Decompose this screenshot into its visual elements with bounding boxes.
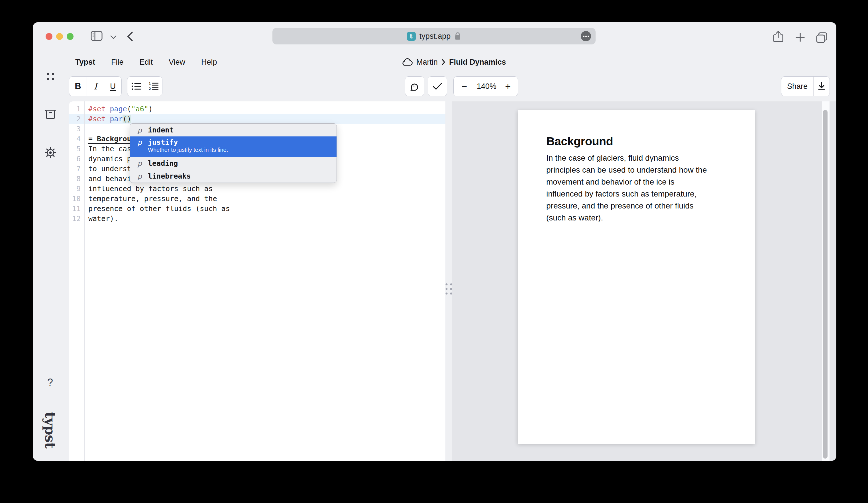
code-line[interactable]: 10temperature, pressure, and the — [69, 194, 445, 204]
zoom-control-group: − 140% + — [453, 76, 518, 96]
files-tray-icon[interactable] — [45, 109, 56, 119]
code-line[interactable]: 1#set page("a6") — [69, 104, 445, 114]
autocomplete-item-linebreaks[interactable]: plinebreaks — [130, 170, 337, 182]
typst-logo: typst — [42, 412, 58, 448]
preview-page: Background In the case of glaciers, flui… — [518, 110, 755, 444]
minimize-window-button[interactable] — [56, 33, 63, 40]
preview-text-line: principles can be used to understand how… — [546, 164, 726, 176]
lock-icon — [454, 32, 461, 40]
autocomplete-label: justify — [148, 138, 228, 146]
page-settings-icon[interactable] — [581, 31, 591, 41]
autocomplete-description: Whether to justify text in its line. — [148, 147, 228, 153]
param-prefix: p — [137, 126, 148, 134]
new-tab-icon[interactable] — [795, 32, 805, 42]
param-prefix: p — [137, 172, 148, 180]
autocomplete-item-indent[interactable]: pindent — [130, 124, 337, 136]
preview-text-line: In the case of glaciers, fluid dynamics — [546, 152, 726, 164]
code-line[interactable]: 9influenced by factors such as — [69, 184, 445, 194]
share-group: Share — [781, 76, 830, 96]
preview-text-line: pressure, and the presence of other flui… — [546, 200, 726, 212]
bullet-list-button[interactable] — [127, 77, 145, 96]
menu-item-edit[interactable]: Edit — [140, 58, 153, 67]
numbered-list-button[interactable]: 1 2 — [145, 77, 162, 96]
menu-item-view[interactable]: View — [169, 58, 185, 67]
line-number: 2 — [69, 114, 84, 124]
chevron-right-icon — [442, 59, 445, 65]
breadcrumb-workspace[interactable]: Martin — [416, 58, 438, 67]
zoom-in-button[interactable]: + — [498, 77, 518, 96]
url-bar[interactable]: t typst.app — [272, 28, 596, 44]
back-button-icon[interactable] — [127, 31, 133, 42]
italic-button[interactable]: I — [87, 77, 104, 96]
svg-text:1: 1 — [149, 82, 151, 86]
line-number: 8 — [69, 174, 84, 184]
autocomplete-label: indent — [148, 126, 174, 134]
param-prefix: p — [137, 138, 148, 146]
check-status-button[interactable] — [428, 76, 447, 96]
titlebar: t typst.app — [33, 22, 836, 48]
help-button[interactable]: ? — [46, 377, 54, 388]
tab-overview-icon[interactable] — [816, 32, 828, 43]
app-grid-icon[interactable] — [46, 72, 55, 81]
pane-divider[interactable] — [445, 102, 452, 461]
preview-text-line: influenced by factors such as temperatur… — [546, 188, 726, 200]
text-style-group: B I U — [69, 76, 122, 96]
line-number: 3 — [69, 124, 84, 134]
autocomplete-label: leading — [148, 159, 178, 167]
underline-button[interactable]: U — [104, 77, 121, 96]
menu-item-typst[interactable]: Typst — [75, 58, 95, 67]
chevron-down-icon[interactable] — [110, 35, 116, 39]
code-text — [84, 124, 88, 134]
share-button[interactable]: Share — [781, 77, 813, 96]
sidebar-toggle-icon[interactable] — [91, 31, 103, 41]
line-number: 7 — [69, 164, 84, 174]
autocomplete-item-leading[interactable]: pleading — [130, 157, 337, 170]
preview-heading: Background — [546, 135, 726, 148]
preview-text-line: (such as water). — [546, 212, 726, 224]
browser-window: t typst.app TypstFileEditViewHelp — [33, 22, 836, 461]
line-number: 4 — [69, 134, 84, 144]
breadcrumb-project[interactable]: Fluid Dynamics — [449, 58, 506, 67]
format-toolbar: B I U 1 2 — [69, 76, 163, 96]
zoom-level-value[interactable]: 140% — [475, 77, 498, 96]
line-number: 9 — [69, 184, 84, 194]
breadcrumb: Martin Fluid Dynamics — [401, 54, 506, 70]
line-number: 11 — [69, 204, 84, 213]
preview-scrollbar-thumb[interactable] — [823, 110, 828, 459]
close-window-button[interactable] — [45, 33, 52, 40]
line-number: 10 — [69, 194, 84, 204]
code-text: temperature, pressure, and the — [84, 194, 217, 204]
preview-paragraph: In the case of glaciers, fluid dynamicsp… — [546, 152, 726, 224]
preview-toolbar: − 140% + — [405, 76, 518, 96]
menu-item-file[interactable]: File — [111, 58, 124, 67]
code-line[interactable]: 12water). — [69, 213, 445, 223]
preview-text-line: movement and behavior of the ice is — [546, 176, 726, 188]
zoom-window-button[interactable] — [67, 33, 73, 40]
autocomplete-item-justify[interactable]: pjustifyWhether to justify text in its l… — [130, 136, 337, 157]
autocomplete-popup: pindentpjustifyWhether to justify text i… — [130, 123, 337, 183]
code-text: influenced by factors such as — [84, 184, 213, 194]
bold-button[interactable]: B — [69, 77, 87, 96]
menu-item-help[interactable]: Help — [201, 58, 217, 67]
zoom-out-button[interactable]: − — [454, 77, 475, 96]
cloud-icon — [401, 58, 413, 66]
code-text: #set par() — [84, 114, 131, 124]
share-page-icon[interactable] — [773, 31, 784, 43]
line-number: 12 — [69, 213, 84, 223]
svg-text:2: 2 — [149, 86, 151, 91]
preview-scrollbar-track[interactable] — [822, 102, 829, 461]
drag-handle-icon[interactable] — [446, 283, 452, 294]
download-button[interactable] — [813, 77, 829, 96]
line-number: 5 — [69, 144, 84, 154]
autocomplete-label: linebreaks — [148, 172, 191, 180]
code-text: presence of other fluids (such as — [84, 204, 230, 213]
line-number: 1 — [69, 104, 84, 114]
preview-pane: Background In the case of glaciers, flui… — [452, 102, 836, 461]
gear-icon[interactable] — [45, 147, 56, 158]
line-number: 6 — [69, 154, 84, 164]
comments-button[interactable] — [405, 76, 424, 96]
code-line[interactable]: 2#set par() — [69, 114, 445, 124]
typst-favicon: t — [407, 32, 416, 41]
share-toolbar: Share — [781, 76, 830, 96]
code-line[interactable]: 11presence of other fluids (such as — [69, 204, 445, 213]
